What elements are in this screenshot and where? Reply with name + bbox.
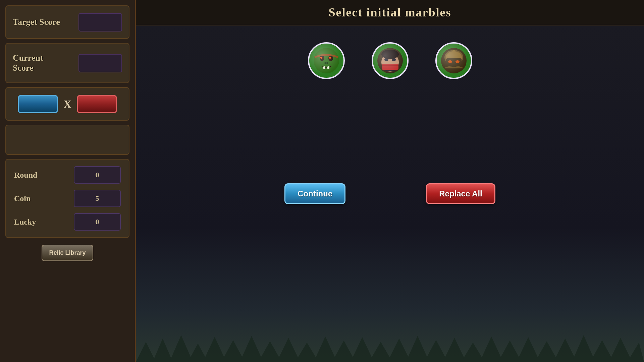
lucky-row: Lucky 0 <box>14 213 121 231</box>
svg-marker-47 <box>553 339 577 362</box>
coin-row: Coin 5 <box>14 190 121 207</box>
marble-3[interactable] <box>435 42 472 79</box>
replace-all-button[interactable]: Replace All <box>426 183 495 204</box>
current-score-value <box>78 54 122 72</box>
svg-rect-15 <box>382 64 398 70</box>
svg-marker-32 <box>277 338 300 362</box>
svg-point-7 <box>327 62 328 64</box>
svg-point-21 <box>448 60 452 63</box>
svg-marker-34 <box>314 337 337 362</box>
marble-1[interactable] <box>308 42 345 79</box>
svg-point-6 <box>325 62 326 64</box>
svg-point-13 <box>392 58 396 61</box>
svg-marker-35 <box>332 341 356 362</box>
svg-marker-45 <box>517 337 540 362</box>
orc-face-icon <box>311 46 341 76</box>
continue-button[interactable]: Continue <box>284 183 345 204</box>
page-title: Select initial marbles <box>136 5 644 19</box>
svg-marker-51 <box>627 343 644 362</box>
svg-point-11 <box>381 53 399 72</box>
svg-marker-28 <box>203 337 226 362</box>
svg-point-12 <box>384 58 388 61</box>
svg-point-4 <box>329 57 331 59</box>
svg-point-22 <box>455 60 460 63</box>
target-score-panel: Target Score <box>5 5 129 39</box>
coin-value: 5 <box>74 190 121 207</box>
svg-marker-48 <box>572 335 595 362</box>
svg-marker-24 <box>136 342 156 362</box>
svg-rect-9 <box>327 66 329 69</box>
team-red-button[interactable] <box>77 95 117 113</box>
marbles-row <box>136 42 644 79</box>
round-label: Round <box>14 171 37 180</box>
svg-marker-31 <box>258 341 282 362</box>
svg-marker-43 <box>480 337 503 362</box>
svg-rect-8 <box>323 66 325 69</box>
lucky-value: 0 <box>74 213 121 231</box>
svg-point-19 <box>446 51 462 63</box>
team-panel: X <box>5 87 129 121</box>
svg-point-14 <box>381 50 399 59</box>
current-score-panel: Current Score <box>5 43 129 83</box>
svg-marker-41 <box>443 338 466 362</box>
svg-point-5 <box>324 62 328 64</box>
relic-library-button[interactable]: Relic Library <box>42 245 93 261</box>
svg-marker-25 <box>153 339 173 362</box>
svg-point-3 <box>320 57 322 59</box>
main-area: Select initial marbles <box>136 0 644 362</box>
svg-rect-20 <box>446 58 462 66</box>
team-blue-button[interactable] <box>18 95 58 113</box>
round-row: Round 0 <box>14 166 121 184</box>
marble-2[interactable] <box>372 42 409 79</box>
svg-point-0 <box>314 48 339 73</box>
masked-face-icon <box>375 46 405 76</box>
svg-point-10 <box>377 48 403 73</box>
svg-marker-46 <box>535 341 558 362</box>
armored-face-icon <box>439 46 469 76</box>
team-x-label: X <box>63 98 71 110</box>
action-buttons: Continue Replace All <box>136 183 644 204</box>
svg-marker-50 <box>609 338 632 362</box>
svg-marker-30 <box>240 336 263 362</box>
title-bar: Select initial marbles <box>136 0 644 25</box>
sidebar: Target Score Current Score X Round 0 Coi… <box>0 0 136 362</box>
svg-marker-36 <box>351 337 374 362</box>
svg-point-1 <box>320 56 324 61</box>
svg-marker-39 <box>406 336 429 362</box>
game-area: Continue Replace All <box>136 25 644 362</box>
empty-panel <box>5 125 129 155</box>
lucky-label: Lucky <box>14 218 36 227</box>
svg-marker-40 <box>424 340 448 362</box>
svg-marker-26 <box>169 335 193 362</box>
svg-rect-23 <box>452 50 455 54</box>
round-value: 0 <box>74 166 121 184</box>
target-score-label: Target Score <box>13 17 60 27</box>
svg-point-2 <box>328 56 333 61</box>
current-score-label: Current Score <box>13 53 43 73</box>
coin-label: Coin <box>14 194 31 203</box>
stats-panel: Round 0 Coin 5 Lucky 0 <box>5 159 129 238</box>
svg-marker-49 <box>590 340 614 362</box>
svg-point-17 <box>441 48 467 73</box>
svg-marker-44 <box>498 341 522 362</box>
tree-silhouette <box>136 322 644 362</box>
svg-marker-38 <box>387 339 411 362</box>
svg-point-18 <box>444 50 463 65</box>
target-score-value <box>78 13 122 32</box>
